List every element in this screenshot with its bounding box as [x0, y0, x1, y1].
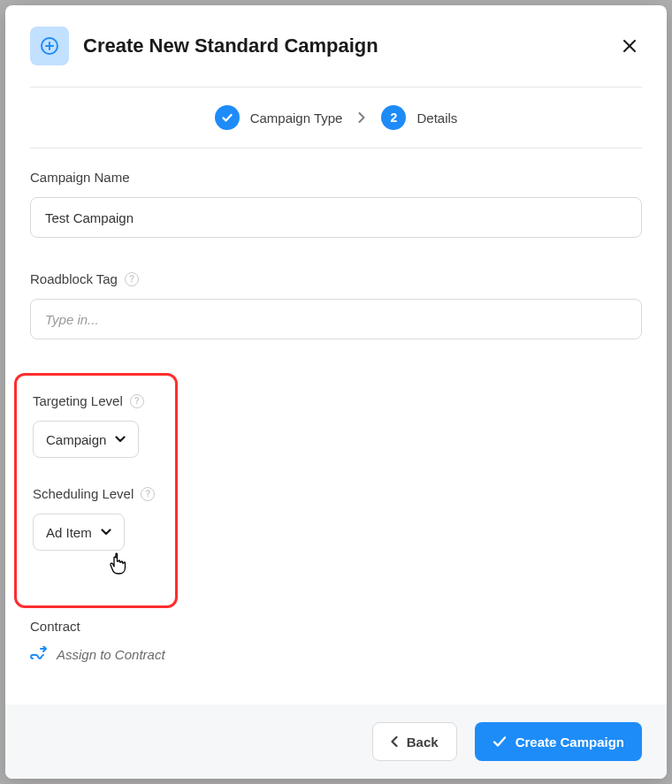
chevron-down-icon: [101, 529, 111, 536]
create-campaign-modal: Create New Standard Campaign Campaign Ty…: [5, 5, 667, 779]
create-campaign-button[interactable]: Create Campaign: [475, 722, 642, 761]
targeting-level-field: Targeting Level ? Campaign: [33, 393, 159, 458]
scheduling-level-label: Scheduling Level ?: [33, 486, 159, 501]
back-button[interactable]: Back: [372, 722, 457, 761]
contract-field: Contract Assign to Contract: [30, 619, 642, 666]
campaign-name-input[interactable]: [30, 197, 642, 238]
highlight-annotation: Targeting Level ? Campaign Scheduling Le…: [14, 373, 178, 608]
stepper: Campaign Type 2 Details: [5, 88, 667, 148]
assign-contract-icon: [30, 646, 48, 662]
select-value: Campaign: [46, 432, 106, 447]
step-label: Details: [416, 110, 457, 126]
close-icon: [622, 39, 637, 53]
chevron-left-icon: [391, 736, 398, 747]
campaign-name-field: Campaign Name: [30, 170, 642, 238]
pointer-cursor-icon: [109, 552, 128, 575]
contract-label: Contract: [30, 619, 642, 634]
contract-link-text: Assign to Contract: [57, 647, 165, 662]
chevron-down-icon: [115, 436, 126, 443]
roadblock-tag-label: Roadblock Tag ?: [30, 271, 642, 286]
modal-title: Create New Standard Campaign: [83, 34, 617, 57]
field-label-text: Scheduling Level: [33, 486, 134, 501]
step-label: Campaign Type: [250, 110, 343, 126]
step-campaign-type[interactable]: Campaign Type: [215, 105, 343, 130]
assign-to-contract-link[interactable]: Assign to Contract: [30, 646, 165, 662]
modal-footer: Back Create Campaign: [5, 704, 667, 779]
targeting-level-label: Targeting Level ?: [33, 393, 159, 408]
close-button[interactable]: [617, 34, 642, 58]
targeting-level-select[interactable]: Campaign: [33, 421, 139, 458]
modal-header: Create New Standard Campaign: [5, 5, 667, 87]
campaign-plus-icon: [30, 27, 69, 65]
help-icon[interactable]: ?: [141, 487, 155, 501]
help-icon[interactable]: ?: [130, 394, 144, 408]
button-label: Create Campaign: [515, 735, 624, 750]
chevron-right-icon: [358, 112, 365, 123]
field-label-text: Roadblock Tag: [30, 271, 118, 286]
modal-body: Campaign Name Roadblock Tag ? Targeting …: [5, 148, 667, 704]
scheduling-level-select[interactable]: Ad Item: [33, 514, 125, 551]
help-icon[interactable]: ?: [125, 272, 139, 286]
field-label-text: Targeting Level: [33, 393, 123, 408]
button-label: Back: [407, 735, 439, 750]
step-number-icon: 2: [381, 105, 406, 130]
step-done-icon: [215, 105, 240, 130]
roadblock-tag-input[interactable]: [30, 299, 642, 339]
campaign-name-label: Campaign Name: [30, 170, 642, 185]
scheduling-level-field: Scheduling Level ? Ad Item: [33, 486, 159, 551]
step-details[interactable]: 2 Details: [381, 105, 457, 130]
check-icon: [493, 735, 507, 748]
select-value: Ad Item: [46, 525, 92, 540]
roadblock-tag-field: Roadblock Tag ?: [30, 271, 642, 339]
